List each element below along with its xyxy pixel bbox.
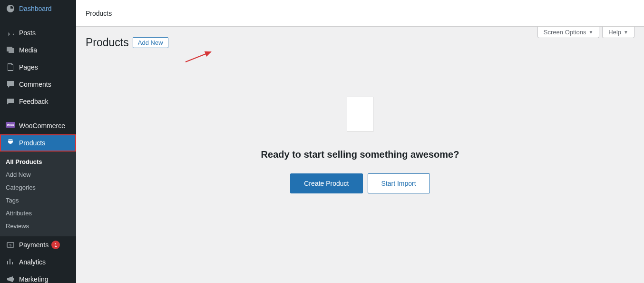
sidebar-item-feedback[interactable]: Feedback	[0, 93, 76, 110]
sidebar-item-payments[interactable]: $ Payments 1	[0, 236, 76, 253]
payments-icon: $	[6, 240, 15, 250]
sidebar-item-label: Products	[19, 139, 45, 147]
products-icon	[6, 138, 15, 148]
submenu-item-tags[interactable]: Tags	[0, 194, 76, 207]
sidebar-item-marketing[interactable]: Marketing	[0, 271, 76, 283]
add-new-button[interactable]: Add New	[133, 37, 168, 48]
start-import-button[interactable]: Start Import	[368, 173, 430, 193]
screen-meta-links: Screen Options ▼ Help ▼	[537, 27, 634, 38]
empty-state: Ready to start selling something awesome…	[86, 97, 634, 193]
topbar-title: Products	[86, 10, 112, 17]
sidebar-item-label: Posts	[19, 29, 36, 37]
sidebar-item-media[interactable]: Media	[0, 41, 76, 59]
sidebar-item-dashboard[interactable]: Dashboard	[0, 0, 76, 17]
page-title: Products	[86, 36, 129, 49]
sidebar-item-label: Payments	[19, 241, 49, 249]
chevron-down-icon: ▼	[624, 30, 628, 35]
svg-text:Woo: Woo	[7, 123, 14, 127]
pin-icon	[6, 28, 15, 38]
page-topbar: Products	[76, 0, 644, 27]
payments-badge: 1	[51, 241, 60, 249]
media-icon	[6, 45, 15, 55]
content-area: Products Screen Options ▼ Help ▼ Product…	[76, 0, 644, 283]
marketing-icon	[6, 274, 15, 283]
sidebar-item-label: Pages	[19, 63, 38, 71]
help-button[interactable]: Help ▼	[602, 27, 634, 38]
page-heading: Products Add New	[86, 36, 634, 49]
sidebar-submenu-products: All Products Add New Categories Tags Att…	[0, 152, 76, 236]
admin-sidebar: Dashboard Posts Media Pages Comments Fee…	[0, 0, 76, 283]
sidebar-item-label: Analytics	[19, 258, 46, 266]
empty-state-actions: Create Product Start Import	[290, 173, 429, 193]
sidebar-item-analytics[interactable]: Analytics	[0, 253, 76, 271]
sidebar-item-label: Comments	[19, 81, 51, 88]
submenu-item-all-products[interactable]: All Products	[0, 155, 76, 168]
empty-state-image	[347, 97, 373, 132]
svg-text:$: $	[10, 243, 12, 247]
sidebar-item-posts[interactable]: Posts	[0, 24, 76, 41]
sidebar-item-label: Marketing	[19, 275, 48, 283]
chevron-down-icon: ▼	[588, 30, 593, 35]
sidebar-item-pages[interactable]: Pages	[0, 59, 76, 76]
annotation-arrow-icon	[183, 50, 216, 64]
submenu-item-attributes[interactable]: Attributes	[0, 207, 76, 220]
submenu-item-reviews[interactable]: Reviews	[0, 220, 76, 232]
sidebar-separator	[0, 112, 76, 115]
page-body: Products Add New Ready to start selling …	[76, 27, 644, 193]
sidebar-item-products[interactable]: Products	[0, 134, 76, 152]
dashboard-icon	[6, 4, 15, 13]
empty-state-title: Ready to start selling something awesome…	[261, 149, 459, 160]
svg-line-4	[185, 52, 211, 62]
screen-options-button[interactable]: Screen Options ▼	[537, 27, 600, 38]
sidebar-separator	[0, 20, 76, 22]
sidebar-item-label: WooCommerce	[19, 122, 65, 130]
sidebar-item-woocommerce[interactable]: Woo WooCommerce	[0, 117, 76, 134]
analytics-icon	[6, 257, 15, 267]
sidebar-item-label: Media	[19, 46, 37, 54]
sidebar-item-label: Dashboard	[19, 5, 52, 12]
sidebar-item-label: Feedback	[19, 98, 48, 105]
pages-icon	[6, 62, 15, 72]
comments-icon	[6, 80, 15, 89]
submenu-item-categories[interactable]: Categories	[0, 181, 76, 194]
submenu-item-add-new[interactable]: Add New	[0, 168, 76, 181]
feedback-icon	[6, 97, 15, 106]
sidebar-item-comments[interactable]: Comments	[0, 76, 76, 93]
woocommerce-icon: Woo	[6, 121, 15, 131]
create-product-button[interactable]: Create Product	[290, 173, 362, 193]
